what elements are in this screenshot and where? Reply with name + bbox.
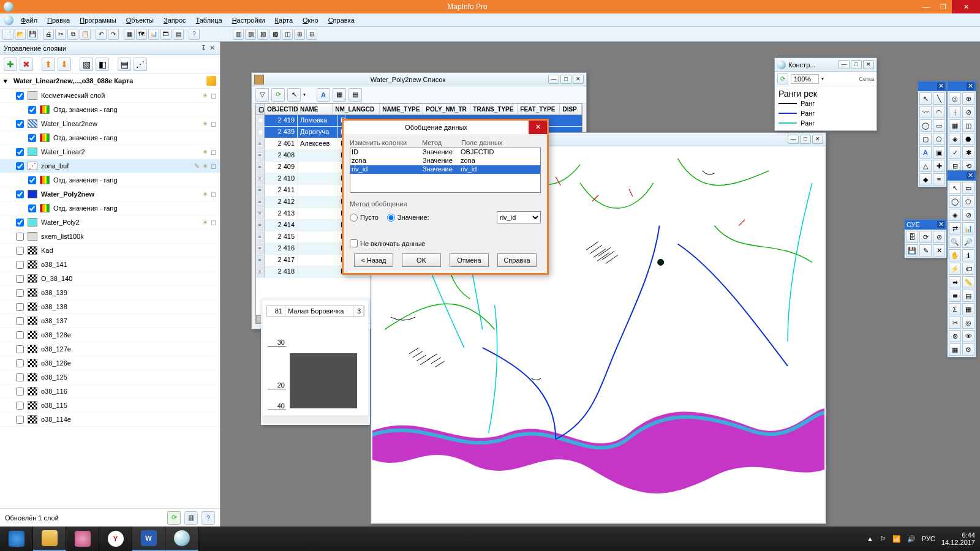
- tool-newlayout-icon[interactable]: 🗔: [160, 29, 172, 40]
- tool-newbrowser-icon[interactable]: 📊: [148, 29, 159, 40]
- auto-label-icon[interactable]: [206, 76, 216, 86]
- layer-row[interactable]: o38_139: [0, 286, 220, 300]
- autolabel-icon[interactable]: ☀: [202, 190, 208, 198]
- layer-row[interactable]: Отд. значения - rang: [0, 201, 220, 216]
- selectable-icon[interactable]: ◻: [211, 162, 216, 170]
- layer-visibility-checkbox[interactable]: [16, 162, 24, 170]
- mt-options-icon[interactable]: ⚙: [962, 343, 974, 356]
- legend-designer-window[interactable]: Констр... — □ ✕ ⟳ ▾ Сетка Ранги рек Ранг…: [774, 58, 877, 131]
- taskbar-snip[interactable]: [66, 527, 99, 551]
- refresh-layers-icon[interactable]: ⟳: [167, 511, 181, 525]
- tool-text-icon[interactable]: A: [919, 146, 932, 159]
- mt-zoomin-icon[interactable]: 🔍: [949, 236, 961, 248]
- row-selector[interactable]: ▫: [256, 150, 265, 161]
- layer-visibility-checkbox[interactable]: [28, 176, 36, 184]
- close-panel-icon[interactable]: ✕: [208, 44, 216, 52]
- layer-tree[interactable]: ▾ Water_Linear2new,...,o38_088e Карта Ко…: [0, 73, 220, 508]
- layer-visibility-checkbox[interactable]: [16, 120, 24, 128]
- op-snap-icon[interactable]: ✱: [962, 146, 974, 159]
- tool-addnode-icon[interactable]: ✚: [933, 160, 945, 172]
- taskbar-yandex[interactable]: Y: [99, 527, 132, 551]
- column-header[interactable]: TRANS_TYPE: [470, 104, 518, 114]
- mt-drag-icon[interactable]: ⬌: [949, 276, 961, 288]
- layer-visibility-checkbox[interactable]: [16, 388, 24, 395]
- taskbar-word[interactable]: W: [132, 527, 165, 551]
- close-button[interactable]: ✕: [952, 0, 980, 13]
- dialog-column-row[interactable]: IDЗначениеOBJECTID: [350, 148, 540, 157]
- menu-item[interactable]: Таблица: [191, 15, 227, 26]
- layer-visibility-checkbox[interactable]: [16, 303, 24, 311]
- move-down-icon[interactable]: ⬇: [58, 58, 71, 71]
- layer-visibility-checkbox[interactable]: [16, 233, 24, 241]
- layer-row[interactable]: Water_Poly2new☀◻: [0, 187, 220, 201]
- mt-layers-icon[interactable]: ≣: [949, 290, 961, 302]
- menu-item[interactable]: Файл: [16, 15, 42, 26]
- layer-visibility-checkbox[interactable]: [16, 331, 24, 339]
- layer-row[interactable]: o38_127e: [0, 342, 220, 356]
- mt-hotlink-icon[interactable]: ⚡: [949, 263, 961, 275]
- tray-flag-icon[interactable]: ▲: [867, 535, 873, 542]
- mt-select-icon[interactable]: ↖: [949, 182, 961, 194]
- mt-legend-icon[interactable]: ▤: [962, 290, 974, 302]
- layer-visibility-checkbox[interactable]: [16, 261, 24, 269]
- column-header[interactable]: NM_LANGCD: [333, 104, 380, 114]
- dialog-titlebar[interactable]: Обобщение данных ✕: [344, 121, 547, 134]
- column-header[interactable]: NAME_TYPE: [380, 104, 423, 114]
- tray-network-icon[interactable]: 📶: [892, 535, 901, 543]
- tray-lang[interactable]: РУС: [922, 535, 935, 542]
- palette-close-icon[interactable]: ✕: [937, 221, 944, 228]
- add-layer-icon[interactable]: ✚: [4, 58, 17, 71]
- expand-icon[interactable]: ▾: [4, 77, 10, 85]
- layer-visibility-checkbox[interactable]: [16, 219, 24, 227]
- table-options-icon[interactable]: ▤: [349, 88, 362, 102]
- row-selector[interactable]: ▫: [256, 185, 265, 196]
- row-selector[interactable]: ▫: [256, 243, 265, 254]
- preview-scrollbar[interactable]: [263, 416, 368, 423]
- tool-open-icon[interactable]: 📂: [15, 29, 26, 40]
- autolabel-icon[interactable]: ☀: [202, 120, 208, 128]
- mt-ruler-icon[interactable]: 📏: [962, 276, 974, 288]
- row-selector[interactable]: ▫: [256, 197, 265, 208]
- layer-visibility-checkbox[interactable]: [16, 402, 24, 410]
- minimize-button[interactable]: —: [918, 0, 935, 13]
- radio-empty[interactable]: Пусто: [350, 214, 379, 222]
- palette-close-icon[interactable]: ✕: [937, 83, 944, 90]
- layer-row[interactable]: o38_138: [0, 300, 220, 314]
- op-enclose-icon[interactable]: ◈: [949, 133, 961, 145]
- mt-cleartarget-icon[interactable]: ⊗: [949, 330, 961, 342]
- tool-print-icon[interactable]: 🖨: [43, 29, 54, 40]
- tool-rect-icon[interactable]: ▭: [933, 119, 945, 132]
- operations-palette[interactable]: ✕ ◎⊕ ⟊⊘ ▦◫ ◈⬣ ✓✱ ⊟⟲: [947, 81, 976, 174]
- menu-item[interactable]: Объекты: [121, 15, 159, 26]
- tool-roundrect-icon[interactable]: ▢: [919, 133, 932, 145]
- tool-newmap-icon[interactable]: 🗺: [136, 29, 147, 40]
- layer-group[interactable]: ▾ Water_Linear2new,...,o38_088e Карта: [0, 73, 220, 89]
- op-combine-icon[interactable]: ⊕: [962, 92, 974, 105]
- win-minimize-icon[interactable]: —: [788, 135, 799, 144]
- tool-new-icon[interactable]: 📄: [2, 29, 13, 40]
- layer-row[interactable]: o38_128e: [0, 328, 220, 342]
- layer-row[interactable]: Отд. значения - rang: [0, 103, 220, 117]
- column-header[interactable]: POLY_NM_TR: [423, 104, 470, 114]
- db-unlink-icon[interactable]: ⊘: [933, 231, 945, 243]
- layer-row[interactable]: Косметический слой☀◻: [0, 89, 220, 103]
- dialog-column-row[interactable]: zonaЗначениеzona: [350, 157, 540, 165]
- layer-row[interactable]: sxem_list100k: [0, 230, 220, 244]
- app-menu-icon[interactable]: [4, 15, 13, 25]
- row-selector[interactable]: ▫: [256, 231, 265, 242]
- tool-symbolstyle-icon[interactable]: ◆: [919, 173, 932, 186]
- layer-row[interactable]: o38_126e: [0, 356, 220, 370]
- win-maximize-icon[interactable]: □: [800, 135, 811, 144]
- tool-reshape-icon[interactable]: △: [919, 160, 932, 172]
- filter-icon[interactable]: ▽: [255, 88, 269, 102]
- cancel-button[interactable]: Отмена: [450, 253, 489, 267]
- layer-style-icon[interactable]: ▧: [80, 58, 93, 71]
- menu-item[interactable]: Справка: [323, 15, 360, 26]
- row-selector[interactable]: ■: [256, 127, 265, 138]
- mt-label-icon[interactable]: 🏷: [962, 263, 974, 275]
- row-selector[interactable]: ▫: [256, 138, 265, 149]
- op-split-icon[interactable]: ⟊: [949, 106, 961, 118]
- op-checkregions-icon[interactable]: ✓: [949, 146, 961, 159]
- autolabel-icon[interactable]: ☀: [202, 162, 208, 170]
- mt-graph-icon[interactable]: 📊: [962, 222, 974, 234]
